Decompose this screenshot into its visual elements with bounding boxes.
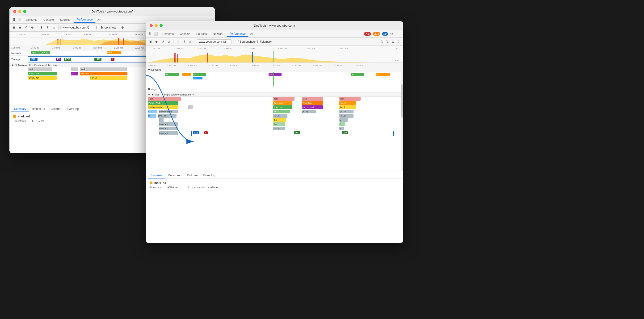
network-throttle-icon-2[interactable]: ⇅ [385,39,390,44]
tab-sources-2[interactable]: Sources [194,31,210,36]
dla-2[interactable]: dla [273,122,285,126]
record-icon-2[interactable]: ⏺ [154,39,159,44]
screenshots-checkbox-2[interactable]: Screenshots [236,40,256,43]
as-2d[interactable]: (a…s) [339,114,354,118]
panel-icon-1[interactable]: ▣ [11,25,16,30]
anous-2b[interactable]: (ano...us) [159,122,178,126]
as-2a[interactable]: (a…s) [302,110,316,113]
call-tree-tab-2[interactable]: Call tree [184,173,200,178]
functi-call-2[interactable]: Functi... call [302,105,323,109]
task-bar-2b[interactable]: Task [273,97,294,101]
tab-sources-1[interactable]: Sources [57,17,73,22]
close-button-1[interactable] [13,10,16,13]
e-2[interactable]: e [339,127,344,130]
tab-console-1[interactable]: Console [40,17,57,22]
an-d-2[interactable]: An...d [339,101,356,105]
parse-html-bar-1[interactable]: Pars...TML [28,72,57,75]
anous-2[interactable]: (ano...us) [158,114,176,118]
as-2e[interactable]: (a…s) [273,127,285,130]
reload-icon-2[interactable]: ↺ [160,39,165,44]
as-2b[interactable]: (a…s) [339,110,354,113]
tab-overflow-2[interactable]: >> [249,32,255,36]
call-tree-tab-1[interactable]: Call tree [48,106,64,112]
url-select-1[interactable]: www.youtube.com #1 [60,25,95,30]
task-bar-2a[interactable]: Task [148,97,181,101]
tab-performance-1[interactable]: Performance [74,17,96,23]
minimize-button-2[interactable] [154,24,158,27]
tab-network-2[interactable]: Network [210,31,226,36]
main-section-2[interactable]: ▼ ▼ Main — https://www.youtube.com/ [146,93,403,97]
fire-ack-2[interactable]: Fire...ack [273,101,292,105]
traffic-lights-1[interactable] [13,10,26,13]
net-req-4[interactable]: l… [193,77,202,79]
settings-icon-2[interactable]: ⚙ [390,39,396,44]
task-bar-1[interactable]: Task [28,67,52,71]
maximize-button-1[interactable] [23,10,26,13]
f-bar-1[interactable]: F... [71,72,78,75]
panel-icon-2[interactable]: ▣ [148,39,153,44]
devtools-icon-2[interactable]: ⠿ [148,31,153,36]
v-2[interactable]: v [159,118,164,122]
tab-elements-2[interactable]: Elements [159,31,176,36]
screenshots-check-1[interactable] [96,26,99,29]
eval-script-2[interactable]: Evaluate script [148,105,178,109]
run-ks-2[interactable]: Run...ks [273,105,292,109]
timer-fired-2[interactable]: Timer fired [302,101,323,105]
download-icon-1[interactable]: ⬇ [45,25,50,30]
task-bar-2d[interactable]: Task [339,97,360,101]
traffic-lights-2[interactable] [150,24,162,27]
screenshots-check-2[interactable] [236,40,239,43]
minimize-button-1[interactable] [18,10,21,13]
maximize-button-2[interactable] [160,24,162,27]
eval-bar-1[interactable]: Evalu...ript [28,76,57,80]
net-req-3[interactable]: c… [182,73,191,76]
anous-2d[interactable]: (ano...us) [159,131,178,135]
summary-tab-2[interactable]: Summary [148,173,166,178]
home-icon-2[interactable]: ⌂ [188,39,193,44]
anous-2c[interactable]: (ano...us) [159,127,178,130]
mobile-icon-2[interactable]: ⬜ [154,31,158,36]
net-req-5[interactable]: advi… [268,73,282,76]
clear-icon-2[interactable]: ⊘ [166,39,171,44]
close-button-2[interactable] [150,24,153,27]
network-section-2[interactable]: ▼ Network [146,68,403,72]
devtools-icon-1[interactable]: ⠿ [11,17,16,22]
net-req-2[interactable]: ma… [193,73,206,76]
tab-console-2[interactable]: Console [177,31,193,36]
bottom-up-tab-1[interactable]: Bottom-up [29,106,48,112]
p-2[interactable]: P... [148,114,156,118]
more-icon-2[interactable]: ⋮ [395,31,400,36]
screenshots-checkbox-1[interactable]: Screenshots [96,26,116,29]
mobile-icon-1[interactable]: ⬜ [17,17,22,22]
scrollbar-thumb-2[interactable] [401,84,403,117]
help-icon-2[interactable]: ? [396,39,401,44]
anon-2a[interactable]: (anonymous) [159,110,178,113]
gear-icon-2[interactable]: ⚙ [389,31,394,36]
fu-ll-2[interactable]: Fu...ll [339,105,356,109]
timer-bar-1[interactable]: Tim...red [80,72,128,75]
url-select-2[interactable]: www.youtube.com #2 [197,39,232,44]
fun-bar-1[interactable]: Fun...ll [90,76,128,80]
tab-elements-1[interactable]: Elements [23,17,40,22]
bottom-up-tab-2[interactable]: Bottom-up [166,173,184,178]
v-2b[interactable]: V [339,118,348,122]
clear-icon-1[interactable]: ⊘ [30,25,35,30]
parse-html-2[interactable]: Parse HTML [148,101,178,105]
as-2c[interactable]: (a…s) [273,114,288,118]
event-log-tab-2[interactable]: Event log [200,173,218,178]
net-req-6[interactable]: get… [351,73,364,76]
gear-icon-1[interactable]: ⚙ [120,25,125,30]
upload-icon-1[interactable]: ⬆ [39,25,44,30]
summary-tab-1[interactable]: Summary [11,106,29,112]
task-bar-2[interactable]: Task [80,67,128,71]
tab-performance-2[interactable]: Performance [226,31,248,37]
memory-checkbox-2[interactable]: Memory [258,40,272,43]
memory-check-2[interactable] [258,40,260,43]
s-2[interactable]: S [339,122,345,126]
net-req-7[interactable]: Ro [376,73,390,76]
wka-2[interactable]: wka [273,110,290,113]
record-icon-1[interactable]: ⏺ [18,25,23,30]
scrollbar-2[interactable] [401,63,403,171]
download-icon-2[interactable]: ⬇ [182,39,187,44]
upload-icon-2[interactable]: ⬆ [175,39,180,44]
